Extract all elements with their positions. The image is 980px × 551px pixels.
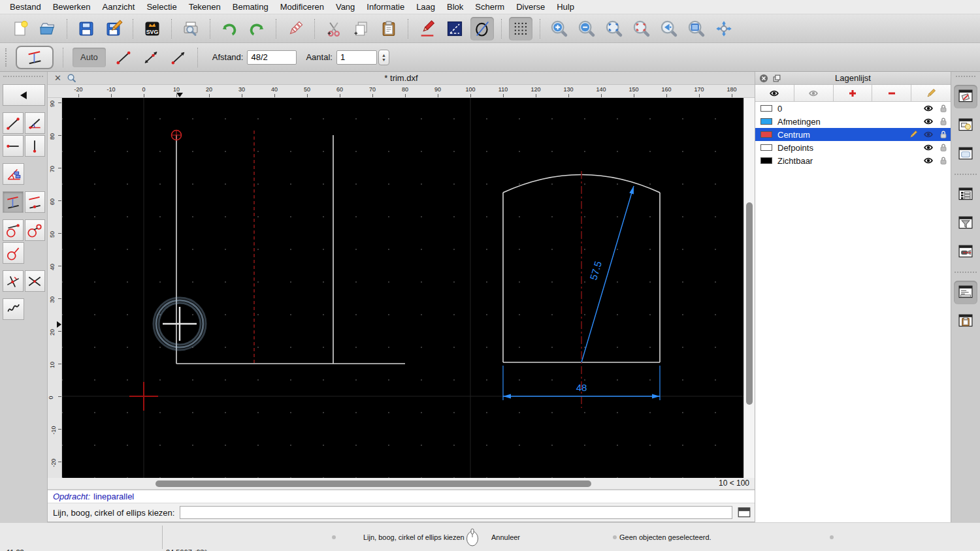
layer-lock-icon[interactable] <box>939 143 948 152</box>
afstand-input[interactable] <box>247 50 297 65</box>
undo-icon <box>220 20 238 38</box>
panel-close-icon[interactable] <box>759 74 768 83</box>
cut-button[interactable] <box>322 17 346 40</box>
horizontal-scrollbar-thumb[interactable] <box>155 480 591 487</box>
zoom-back-button[interactable] <box>657 17 681 40</box>
back-arrow-button[interactable] <box>3 84 45 106</box>
paste-button[interactable] <box>377 17 400 40</box>
new-file-button[interactable] <box>8 17 32 40</box>
menu-selectie[interactable]: Selectie <box>140 2 182 12</box>
layer-minus-button[interactable] <box>872 85 911 101</box>
line-two-points-button[interactable] <box>3 112 24 134</box>
menu-laag[interactable]: Laag <box>410 2 441 12</box>
zoom-out-button[interactable] <box>575 17 598 40</box>
menu-aanzicht[interactable]: Aanzicht <box>97 2 141 12</box>
grid-dots-button[interactable] <box>509 17 532 40</box>
menu-tekenen[interactable]: Tekenen <box>183 2 227 12</box>
ruler-tick <box>58 135 61 136</box>
line-two-points-button[interactable] <box>112 46 135 69</box>
print-preview-button[interactable] <box>179 17 203 40</box>
layer-row-defpoints[interactable]: Defpoints <box>755 141 951 154</box>
line-parallel-button[interactable] <box>3 191 24 213</box>
dock-filter-button[interactable] <box>954 212 977 235</box>
horizontal-scrollbar[interactable]: 10 < 100 <box>48 478 755 490</box>
layer-lock-icon[interactable] <box>939 156 948 165</box>
line-tangent-point-button[interactable] <box>3 219 24 241</box>
line-double-arrow-button[interactable] <box>139 46 163 69</box>
vertical-scrollbar-thumb[interactable] <box>746 202 753 405</box>
pen-button[interactable] <box>284 17 307 40</box>
drawing-canvas[interactable]: 57.548 <box>62 98 743 478</box>
dock-command-button[interactable] <box>954 281 977 304</box>
line-horizontal-button[interactable] <box>3 135 24 157</box>
command-input[interactable] <box>180 506 732 519</box>
layer-visibility-icon[interactable] <box>923 142 934 153</box>
layer-lock-icon[interactable] <box>939 104 948 113</box>
layer-eye-gray-button[interactable] <box>794 85 834 101</box>
vertical-scrollbar[interactable] <box>743 98 755 478</box>
panel-float-icon[interactable] <box>772 74 781 83</box>
layer-visibility-icon[interactable] <box>923 116 934 127</box>
dock-entity-list-button[interactable] <box>954 183 977 206</box>
svg-export-button[interactable]: SVG <box>140 17 164 40</box>
copy-button[interactable] <box>350 17 373 40</box>
save-as-button[interactable] <box>102 17 125 40</box>
menu-bestand[interactable]: Bestand <box>4 2 47 12</box>
line-angle-button[interactable] <box>25 112 46 134</box>
layer-visibility-icon[interactable] <box>923 155 934 166</box>
save-button[interactable] <box>74 17 98 40</box>
polyline-button[interactable] <box>443 17 466 40</box>
dock-block-list-button[interactable] <box>954 114 977 137</box>
layer-edit-icon[interactable] <box>909 130 918 139</box>
layer-plus-button[interactable] <box>834 85 873 101</box>
line-tangent-circles-button[interactable] <box>25 219 46 241</box>
layer-lock-icon[interactable] <box>939 117 948 126</box>
draw-pen-button[interactable] <box>416 17 439 40</box>
undo-button[interactable] <box>218 17 241 40</box>
zoom-window-button[interactable] <box>685 17 708 40</box>
zoom-auto-button[interactable] <box>602 17 626 40</box>
line-vertical-button[interactable] <box>25 135 46 157</box>
dock-clipboard-button[interactable] <box>954 309 977 333</box>
menu-bewerken[interactable]: Bewerken <box>47 2 97 12</box>
auto-snap-button[interactable]: Auto <box>73 48 106 67</box>
line-arrow-button[interactable] <box>167 46 190 69</box>
menu-scherm[interactable]: Scherm <box>469 2 510 12</box>
layer-lock-icon[interactable] <box>939 130 948 139</box>
layer-row-afmetingen[interactable]: Afmetingen <box>755 115 951 128</box>
command-window-button[interactable] <box>738 507 751 518</box>
layer-eye-button[interactable] <box>755 85 794 101</box>
menu-blok[interactable]: Blok <box>441 2 469 12</box>
ellipse-line-button[interactable] <box>470 17 494 40</box>
aantal-stepper[interactable]: ▲▼ <box>378 50 389 65</box>
layer-visibility-icon[interactable] <box>923 103 934 114</box>
layer-row-zichtbaar[interactable]: Zichtbaar <box>755 154 951 167</box>
zoom-in-button[interactable] <box>547 17 571 40</box>
zoom-previous-button[interactable] <box>630 17 653 40</box>
menu-modificeren[interactable]: Modificeren <box>274 2 330 12</box>
dock-layer-list-button[interactable] <box>954 85 977 108</box>
aantal-input[interactable] <box>336 50 377 65</box>
layer-row-centrum[interactable]: Centrum <box>755 128 951 141</box>
menu-informatie[interactable]: Informatie <box>361 2 410 12</box>
line-relative-angle-button[interactable] <box>3 270 24 292</box>
redo-button[interactable] <box>245 17 269 40</box>
dock-view-button[interactable] <box>954 240 977 264</box>
layer-row-0[interactable]: 0 <box>755 102 951 115</box>
line-angle-protractor-button[interactable] <box>3 163 24 185</box>
line-cross-button[interactable] <box>25 270 46 292</box>
dock-library-button[interactable] <box>954 142 977 166</box>
menu-diverse[interactable]: Diverse <box>510 2 551 12</box>
open-folder-button[interactable] <box>36 17 59 40</box>
menu-hulp[interactable]: Hulp <box>551 2 580 12</box>
menu-vang[interactable]: Vang <box>330 2 361 12</box>
menu-bemating[interactable]: Bemating <box>227 2 274 12</box>
line-parallel-point-button[interactable] <box>25 191 46 213</box>
layer-name: Afmetingen <box>777 117 918 127</box>
line-orthogonal-circle-button[interactable] <box>3 242 24 264</box>
ruler-tick <box>58 200 61 201</box>
zoom-pan-button[interactable] <box>712 17 736 40</box>
freehand-button[interactable] <box>3 298 24 320</box>
layer-pencil-button[interactable] <box>911 85 951 101</box>
layer-visibility-icon[interactable] <box>923 129 934 140</box>
